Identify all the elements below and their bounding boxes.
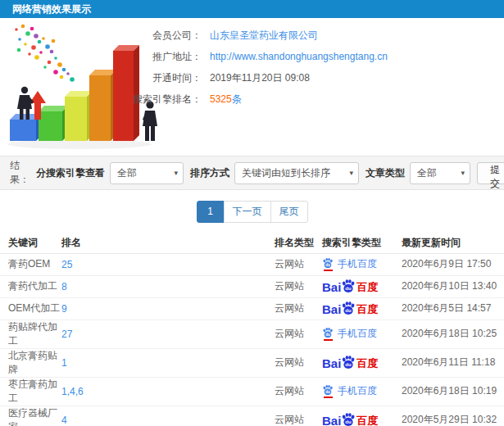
page-1-button[interactable]: 1 [197, 201, 225, 223]
rank-link[interactable]: 27 [61, 329, 72, 340]
member-info: 会员公司： 山东皇圣堂药业有限公司 推广地址： http://www.shand… [115, 28, 388, 113]
info-row-ranking-count: 搜索引擎排名： 5325条 [115, 92, 388, 106]
bar-yellow [65, 91, 93, 141]
table-row: 药贴牌代加工 27 云网站 du 手机百度 [0, 320, 504, 348]
mobile-baidu-label: 手机百度 [338, 384, 377, 398]
svg-text:du: du [346, 286, 352, 291]
search-engine-cell: du 手机百度 [322, 320, 402, 348]
page-header: 网络营销效果展示 [0, 0, 504, 18]
search-engine-cell: du 手机百度 [322, 377, 402, 406]
baidu-logo-latin: Bai [322, 357, 341, 369]
rank-type-cell: 云网站 [275, 320, 322, 348]
rank-cell: 9 [61, 297, 275, 320]
keyword-cell: 膏药OEM [0, 253, 61, 275]
mobile-baidu-logo: du 手机百度 [322, 327, 377, 341]
table-row: 膏药代加工 8 云网站 Bai du 百度 2020年6月10日 13:40 [0, 275, 504, 297]
table-row: 北京膏药贴牌 1 云网站 Bai du 百度 2020年6月11日 11:18 [0, 348, 504, 377]
rank-type-cell: 云网站 [275, 377, 322, 406]
mobile-baidu-paw-icon: du [322, 327, 334, 341]
mobile-baidu-red-underline [324, 339, 333, 341]
search-engine-cell: Bai du 百度 [322, 406, 402, 426]
rank-type-cell: 云网站 [275, 297, 322, 320]
info-row-url: 推广地址： http://www.shandonghuangshengtang.… [115, 49, 388, 64]
search-engine-cell: Bai du 百度 [322, 297, 402, 320]
engine-filter-select[interactable]: 全部 [110, 162, 184, 184]
rank-cell: 1,4,6 [61, 377, 275, 406]
rank-type-cell: 云网站 [275, 253, 322, 275]
keyword-cell: 膏药代加工 [0, 275, 61, 297]
results-table: 关键词 排名 排名类型 搜索引擎类型 最新更新时间 膏药OEM 25 云网站 [0, 233, 504, 426]
baidu-logo-cn: 百度 [356, 415, 378, 426]
ranking-count-label: 搜索引擎排名： [115, 93, 202, 106]
rank-cell: 1 [61, 348, 275, 377]
page-title: 网络营销效果展示 [12, 3, 91, 15]
open-time-value: 2019年11月20日 09:08 [210, 71, 310, 85]
rank-link[interactable]: 25 [61, 259, 72, 270]
baidu-logo-cn: 百度 [356, 358, 378, 369]
last-page-button[interactable]: 尾页 [270, 201, 308, 223]
col-rank: 排名 [61, 233, 275, 253]
baidu-logo-latin: Bai [322, 415, 341, 426]
rank-link[interactable]: 1,4,6 [61, 386, 84, 397]
mobile-baidu-red-underline [324, 397, 333, 398]
sort-select[interactable]: 关键词由短到长排序 [234, 162, 359, 184]
baidu-logo-latin: Bai [322, 281, 341, 293]
mobile-baidu-paw-icon: du [322, 384, 334, 398]
info-row-open-time: 开通时间： 2019年11月20日 09:08 [115, 70, 388, 85]
info-row-company: 会员公司： 山东皇圣堂药业有限公司 [115, 28, 388, 43]
baidu-logo: Bai du 百度 [322, 279, 378, 293]
rank-link[interactable]: 9 [61, 303, 67, 315]
article-type-label: 文章类型 [366, 166, 405, 180]
table-header-row: 关键词 排名 排名类型 搜索引擎类型 最新更新时间 [0, 233, 504, 253]
baidu-logo: Bai du 百度 [322, 412, 378, 426]
update-time-cell: 2020年6月5日 14:57 [402, 297, 504, 320]
open-time-label: 开通时间： [115, 71, 202, 85]
keyword-cell: OEM代加工 [0, 297, 61, 320]
rank-link[interactable]: 4 [61, 415, 67, 426]
rank-type-cell: 云网站 [275, 275, 322, 297]
search-engine-cell: du 手机百度 [322, 253, 402, 275]
confetti-dots [15, 25, 75, 82]
update-time-cell: 2020年6月10日 13:40 [402, 275, 504, 297]
keyword-cell: 药贴牌代加工 [0, 320, 61, 348]
engine-filter-select-wrap: 全部 [110, 162, 184, 184]
article-type-select-wrap: 全部 [410, 162, 470, 184]
rank-link[interactable]: 8 [61, 281, 67, 292]
submit-button[interactable]: 提交 [477, 162, 504, 184]
update-time-cell: 2020年5月29日 10:32 [402, 406, 504, 426]
rank-link[interactable]: 1 [61, 357, 67, 369]
col-rank-type: 排名类型 [275, 233, 322, 253]
rank-cell: 25 [61, 253, 275, 275]
ranking-count-number: 5325 [210, 93, 232, 105]
bar-orange [89, 70, 116, 141]
table-row: 枣庄膏药加工 1,4,6 云网站 du 手机百度 [0, 377, 504, 406]
next-page-button[interactable]: 下一页 [224, 201, 271, 223]
company-label: 会员公司： [115, 29, 202, 43]
svg-text:du: du [325, 390, 330, 394]
promo-url-label: 推广地址： [115, 50, 202, 64]
keyword-cell: 北京膏药贴牌 [0, 348, 61, 377]
mobile-baidu-label: 手机百度 [338, 257, 377, 271]
mobile-baidu-label: 手机百度 [338, 327, 377, 341]
baidu-logo: Bai du 百度 [322, 355, 378, 369]
result-label: 结果： [10, 159, 30, 187]
mobile-baidu-logo: du 手机百度 [322, 257, 377, 271]
baidu-paw-icon: du [341, 412, 356, 426]
baidu-logo-cn: 百度 [356, 282, 378, 293]
keyword-cell: 医疗器械厂家 [0, 406, 61, 426]
update-time-cell: 2020年6月18日 10:19 [402, 377, 504, 406]
promo-url-link[interactable]: http://www.shandonghuangshengtang.cn [210, 51, 388, 62]
update-time-cell: 2020年6月11日 11:18 [402, 348, 504, 377]
article-type-select[interactable]: 全部 [410, 162, 470, 184]
baidu-logo: Bai du 百度 [322, 301, 378, 315]
col-engine-type: 搜索引擎类型 [322, 233, 402, 253]
ranking-count-unit: 条 [232, 93, 242, 105]
rank-cell: 27 [61, 320, 275, 348]
baidu-paw-icon: du [341, 301, 356, 315]
bar-green [39, 106, 68, 141]
search-engine-cell: Bai du 百度 [322, 348, 402, 377]
company-link[interactable]: 山东皇圣堂药业有限公司 [210, 29, 318, 43]
filter-bar: 结果： 分搜索引擎查看 全部 排序方式 关键词由短到长排序 文章类型 全部 提交 [0, 156, 504, 190]
header-section: 会员公司： 山东皇圣堂药业有限公司 推广地址： http://www.shand… [0, 18, 504, 156]
table-row: 医疗器械厂家 4 云网站 Bai du 百度 2020年5月29日 10:32 [0, 406, 504, 426]
